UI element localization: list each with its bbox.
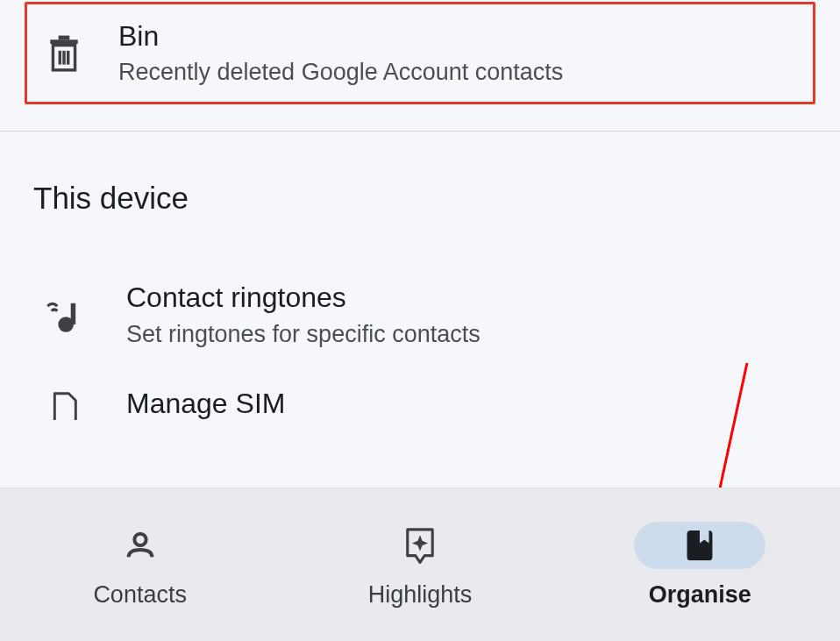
svg-rect-0 bbox=[50, 39, 77, 44]
manage-sim-row[interactable]: Manage SIM bbox=[0, 371, 840, 420]
bin-row[interactable]: Bin Recently deleted Google Account cont… bbox=[25, 2, 815, 104]
ringtones-title: Contact ringtones bbox=[126, 281, 481, 314]
ringtone-icon bbox=[42, 293, 86, 337]
sim-title: Manage SIM bbox=[126, 387, 285, 420]
contact-ringtones-row[interactable]: Contact ringtones Set ringtones for spec… bbox=[0, 258, 840, 371]
svg-rect-7 bbox=[71, 303, 76, 324]
nav-highlights-label: Highlights bbox=[368, 581, 473, 609]
sim-icon bbox=[42, 387, 86, 420]
nav-contacts-label: Contacts bbox=[93, 581, 187, 609]
section-header-device: This device bbox=[0, 132, 840, 216]
ringtones-subtitle: Set ringtones for specific contacts bbox=[126, 320, 481, 348]
nav-contacts[interactable]: Contacts bbox=[0, 488, 280, 641]
sparkle-badge-icon bbox=[402, 526, 438, 565]
nav-organise[interactable]: Organise bbox=[560, 488, 840, 641]
bookmark-book-icon bbox=[683, 527, 716, 564]
trash-icon bbox=[46, 34, 82, 73]
bottom-nav: Contacts Highlights Organise bbox=[0, 488, 840, 641]
svg-point-9 bbox=[134, 533, 146, 545]
svg-rect-1 bbox=[59, 35, 70, 39]
person-icon bbox=[123, 528, 158, 563]
bin-subtitle: Recently deleted Google Account contacts bbox=[118, 58, 563, 86]
nav-organise-label: Organise bbox=[649, 581, 751, 609]
nav-highlights[interactable]: Highlights bbox=[280, 488, 559, 641]
bin-title: Bin bbox=[118, 20, 563, 53]
